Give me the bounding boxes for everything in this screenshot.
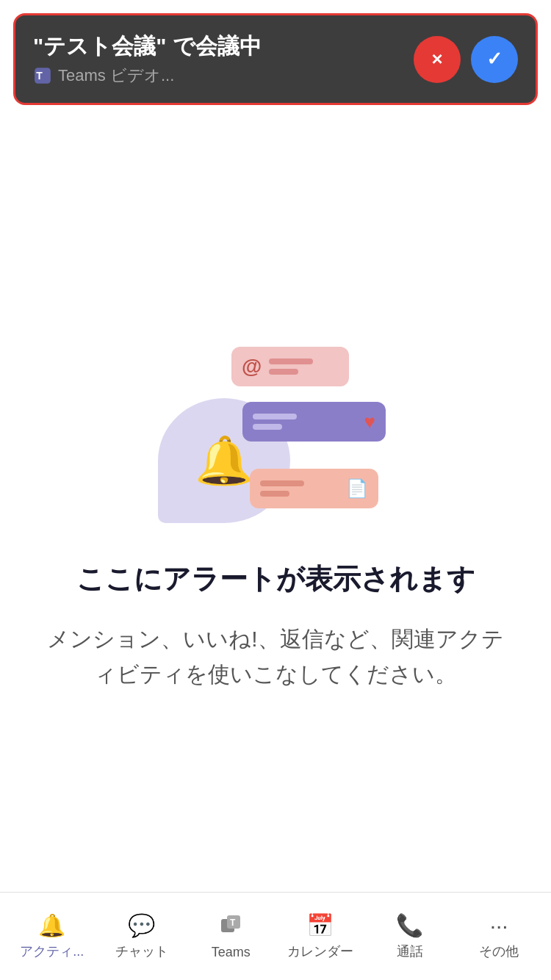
chat-card-reply: 📄 bbox=[250, 469, 378, 508]
calendar-icon: 📅 bbox=[306, 912, 334, 938]
chat-line bbox=[260, 491, 289, 497]
activity-icon: 🔔 bbox=[38, 912, 65, 938]
nav-label-chat: チャット bbox=[115, 943, 168, 960]
accept-button[interactable]: ✓ bbox=[471, 36, 518, 83]
notification-banner: "テスト会議" で会議中 T Teams ビデオ... × ✓ bbox=[13, 13, 538, 105]
teams-icon: T bbox=[220, 913, 242, 940]
teams-logo-icon: T bbox=[33, 66, 52, 85]
notification-subtitle: T Teams ビデオ... bbox=[33, 65, 399, 87]
nav-item-activity[interactable]: 🔔 アクティ... bbox=[7, 912, 97, 960]
nav-label-activity: アクティ... bbox=[20, 943, 84, 960]
chat-lines-1 bbox=[269, 359, 313, 375]
empty-state-description: メンション、いいね!、返信など、関連アクティビティを使いこなしてください。 bbox=[44, 621, 507, 692]
nav-label-calls: 通話 bbox=[397, 943, 423, 960]
dismiss-button[interactable]: × bbox=[414, 36, 461, 83]
nav-item-calendar[interactable]: 📅 カレンダー bbox=[276, 912, 365, 960]
svg-text:T: T bbox=[230, 918, 236, 928]
nav-item-teams[interactable]: T Teams bbox=[186, 913, 276, 960]
notification-text: "テスト会議" で会議中 T Teams ビデオ... bbox=[33, 32, 399, 87]
nav-item-more[interactable]: ··· その他 bbox=[454, 913, 544, 960]
document-icon: 📄 bbox=[346, 478, 368, 499]
calls-icon: 📞 bbox=[396, 912, 423, 938]
chat-lines-2 bbox=[253, 414, 297, 430]
nav-label-teams: Teams bbox=[212, 945, 251, 960]
svg-text:T: T bbox=[36, 70, 43, 82]
notification-buttons: × ✓ bbox=[414, 36, 518, 83]
nav-label-calendar: カレンダー bbox=[287, 943, 353, 960]
bell-icon: 🔔 bbox=[195, 433, 253, 489]
empty-state-title: ここにアラートが表示されます bbox=[76, 560, 475, 599]
chat-line bbox=[253, 424, 282, 430]
dismiss-icon: × bbox=[431, 48, 442, 71]
activity-illustration: 🔔 @ ♥ 📄 bbox=[158, 332, 393, 523]
notification-subtitle-text: Teams ビデオ... bbox=[58, 65, 174, 87]
chat-lines-3 bbox=[260, 480, 304, 497]
chat-card-mention: @ bbox=[231, 347, 349, 386]
at-icon: @ bbox=[242, 355, 262, 378]
nav-item-calls[interactable]: 📞 通話 bbox=[365, 912, 455, 960]
accept-icon: ✓ bbox=[486, 48, 503, 71]
nav-item-chat[interactable]: 💬 チャット bbox=[97, 912, 187, 960]
chat-line bbox=[269, 369, 298, 375]
bottom-navigation: 🔔 アクティ... 💬 チャット T Teams 📅 カレンダー 📞 通話 ··… bbox=[0, 892, 551, 980]
chat-icon: 💬 bbox=[128, 912, 155, 938]
main-content: 🔔 @ ♥ 📄 ここにアラートが表示されます bbox=[0, 132, 551, 892]
nav-label-more: その他 bbox=[479, 943, 519, 960]
chat-line bbox=[253, 414, 297, 419]
notification-title: "テスト会議" で会議中 bbox=[33, 32, 399, 60]
heart-icon: ♥ bbox=[364, 411, 375, 433]
chat-line bbox=[269, 359, 313, 364]
chat-card-like: ♥ bbox=[242, 402, 386, 442]
chat-line bbox=[260, 480, 304, 486]
more-icon: ··· bbox=[490, 913, 508, 938]
